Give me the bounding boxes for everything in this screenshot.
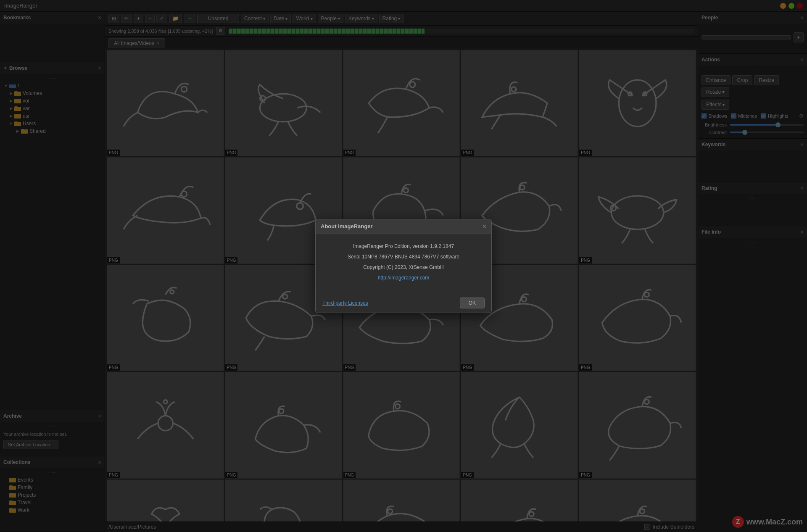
dialog-line1: ImageRanger Pro Edition, version 1.9.2.1…	[324, 242, 483, 250]
about-dialog: About ImageRanger × ImageRanger Pro Edit…	[315, 219, 492, 313]
third-party-link[interactable]: Third-party Licenses	[322, 300, 368, 306]
dialog-link[interactable]: http://imageranger.com	[378, 275, 430, 281]
dialog-titlebar: About ImageRanger ×	[316, 219, 491, 234]
dialog-overlay: About ImageRanger × ImageRanger Pro Edit…	[0, 0, 807, 532]
dialog-ok-button[interactable]: OK	[460, 298, 485, 308]
dialog-line3: Copyright (C) 2023, XtSense GmbH	[324, 263, 483, 271]
dialog-body: ImageRanger Pro Edition, version 1.9.2.1…	[316, 234, 491, 293]
dialog-close-icon[interactable]: ×	[483, 223, 486, 230]
dialog-footer: Third-party Licenses OK	[316, 293, 491, 313]
dialog-line2: Serial 10NP8 7867V BNJS 4894 7867V7 soft…	[324, 253, 483, 261]
dialog-title: About ImageRanger	[321, 223, 373, 229]
